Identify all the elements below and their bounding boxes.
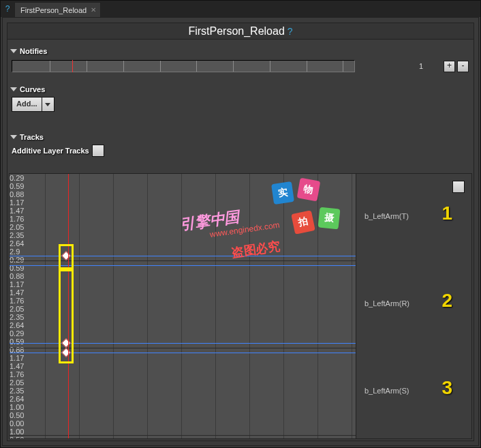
timeline-playhead[interactable] bbox=[68, 174, 69, 438]
tracks-options-dropdown[interactable] bbox=[452, 181, 465, 193]
collapse-icon bbox=[10, 87, 17, 91]
tracks-mode-dropdown[interactable] bbox=[92, 145, 104, 157]
tab-close-icon[interactable]: ✕ bbox=[91, 6, 96, 14]
notify-remove-button[interactable]: - bbox=[457, 61, 469, 72]
notifies-label: Notifies bbox=[20, 47, 47, 55]
timeline-area[interactable]: 0.29 0.59 0.88 1.17 1.47 1.76 2.05 2.35 … bbox=[10, 174, 356, 438]
track-row-t[interactable] bbox=[10, 174, 356, 261]
keyframe[interactable] bbox=[61, 348, 71, 357]
track-label-column: b_LeftArm(T) 1 b_LeftArm(R) 2 b_LeftArm(… bbox=[356, 174, 471, 438]
notify-add-button[interactable]: + bbox=[444, 61, 455, 72]
y-tick: 0.50 bbox=[10, 436, 356, 438]
tracks-mode-label: Additive Layer Tracks bbox=[12, 147, 89, 155]
track-number-annotation: 2 bbox=[441, 290, 452, 312]
tracks-label: Tracks bbox=[20, 133, 44, 141]
track-label[interactable]: b_LeftArm(T) bbox=[364, 212, 409, 220]
notify-playhead[interactable] bbox=[72, 60, 73, 72]
collapse-icon bbox=[10, 135, 17, 139]
notify-count: 1 bbox=[401, 62, 441, 70]
curves-add-dropdown[interactable] bbox=[42, 97, 55, 112]
tab-bar: ? FirstPerson_Reload ✕ bbox=[1, 1, 480, 17]
track-number-annotation: 3 bbox=[441, 377, 452, 399]
keyframe[interactable] bbox=[61, 251, 71, 260]
chevron-down-icon bbox=[45, 103, 50, 106]
curves-add-label: Add... bbox=[12, 97, 42, 112]
title-help-icon[interactable]: ? bbox=[288, 26, 293, 37]
curves-header[interactable]: Curves bbox=[7, 82, 474, 97]
tracks-header[interactable]: Tracks bbox=[7, 130, 474, 145]
asset-title-bar: FirstPerson_Reload ? bbox=[7, 23, 474, 40]
track-label[interactable]: b_LeftArm(R) bbox=[364, 299, 409, 308]
track-row-r[interactable] bbox=[10, 261, 356, 348]
notifies-header[interactable]: Notifies bbox=[7, 44, 474, 59]
track-label[interactable]: b_LeftArm(S) bbox=[364, 387, 409, 395]
curves-add-button[interactable]: Add... bbox=[12, 97, 55, 112]
track-row-s[interactable] bbox=[10, 348, 356, 436]
keyframe[interactable] bbox=[61, 338, 71, 348]
track-number-annotation: 1 bbox=[441, 203, 452, 224]
notify-track[interactable] bbox=[12, 60, 355, 72]
tab-firstperson-reload[interactable]: FirstPerson_Reload ✕ bbox=[14, 2, 101, 17]
collapse-icon bbox=[10, 49, 17, 53]
asset-title: FirstPerson_Reload bbox=[188, 25, 284, 38]
help-icon[interactable]: ? bbox=[1, 1, 14, 17]
curves-label: Curves bbox=[20, 85, 45, 93]
tab-title: FirstPerson_Reload bbox=[20, 6, 87, 14]
